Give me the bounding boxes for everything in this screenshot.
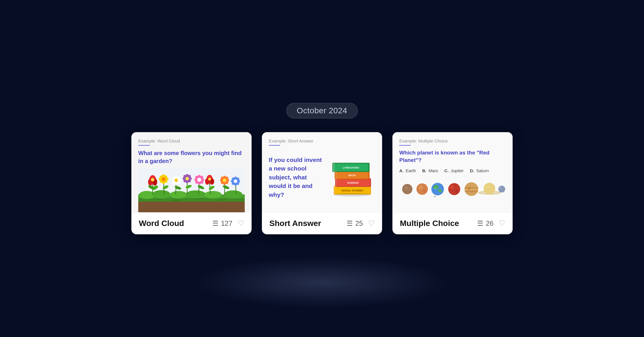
svg-point-71	[221, 177, 224, 179]
svg-point-59	[195, 181, 198, 184]
svg-point-47	[183, 175, 186, 178]
svg-point-126	[455, 190, 458, 193]
multiple-choice-title: Multiple Choice	[400, 219, 459, 228]
svg-point-81	[232, 177, 235, 180]
sa-example-label: Example: Short Answer	[269, 138, 375, 143]
svg-point-140	[499, 187, 502, 189]
multiple-choice-card[interactable]: Example: Multiple Choice Which planet is…	[392, 132, 513, 234]
word-cloud-card[interactable]: Example: Word Cloud What are some flower…	[131, 132, 252, 234]
word-cloud-footer: Word Cloud ☰ 127 ♡	[131, 212, 252, 234]
svg-point-85	[234, 179, 237, 183]
svg-point-50	[188, 179, 191, 182]
word-cloud-title: Word Cloud	[139, 219, 184, 228]
list-icon: ☰	[347, 219, 353, 227]
svg-point-55	[194, 178, 197, 181]
svg-point-141	[434, 196, 436, 197]
sa-question: If you could invent a new school subject…	[269, 156, 325, 199]
svg-rect-114	[334, 186, 336, 195]
mc-underline	[399, 145, 411, 146]
svg-point-56	[201, 178, 204, 181]
svg-point-129	[465, 189, 478, 191]
svg-point-5	[152, 190, 170, 199]
svg-point-73	[221, 181, 224, 184]
wc-example-label: Example: Word Cloud	[138, 138, 245, 143]
word-cloud-preview: Example: Word Cloud What are some flower…	[131, 132, 252, 212]
mc-question: Which planet is known as the "Red Planet…	[399, 149, 506, 164]
svg-rect-111	[332, 163, 335, 172]
mc-options-row: A. Earth B. Mars C. Jupiter D. Saturn	[399, 168, 506, 173]
svg-text:SOCIAL STUDIES: SOCIAL STUDIES	[341, 189, 363, 192]
svg-point-61	[197, 178, 201, 182]
multiple-choice-like-button[interactable]: ♡	[499, 219, 505, 228]
short-answer-count: ☰ 25	[347, 219, 363, 227]
multiple-choice-preview: Example: Multiple Choice Which planet is…	[392, 132, 513, 212]
wc-underline	[138, 145, 150, 146]
garden-illustration	[138, 168, 245, 212]
svg-point-118	[419, 185, 423, 189]
svg-point-72	[226, 177, 228, 179]
multiple-choice-meta: ☰ 26 ♡	[477, 219, 505, 228]
mc-option-d: D. Saturn	[470, 168, 489, 173]
svg-point-41	[175, 179, 178, 182]
svg-text:MATH: MATH	[348, 174, 355, 177]
list-icon: ☰	[477, 219, 483, 227]
svg-point-119	[423, 189, 426, 192]
svg-point-53	[198, 175, 201, 178]
svg-point-83	[232, 182, 235, 185]
multiple-choice-count: ☰ 26	[477, 219, 493, 227]
short-answer-card[interactable]: Example: Short Answer If you could inven…	[262, 132, 382, 234]
svg-point-51	[185, 177, 189, 180]
svg-point-49	[183, 179, 186, 182]
svg-point-57	[195, 176, 198, 179]
word-cloud-like-button[interactable]: ♡	[238, 219, 244, 228]
svg-point-128	[465, 187, 478, 189]
word-cloud-meta: ☰ 127 ♡	[212, 219, 244, 228]
short-answer-like-button[interactable]: ♡	[368, 219, 375, 228]
short-answer-preview: Example: Short Answer If you could inven…	[262, 132, 382, 212]
svg-point-137	[484, 183, 495, 194]
mc-example-label: Example: Multiple Choice	[399, 138, 506, 143]
mc-option-c: C. Jupiter	[445, 168, 464, 173]
svg-point-139	[498, 186, 505, 193]
books-illustration: SOCIAL STUDIES SCIENCE MATH	[329, 156, 375, 199]
svg-point-65	[208, 178, 211, 181]
svg-point-8	[204, 191, 222, 198]
svg-point-125	[450, 185, 454, 189]
svg-point-58	[200, 176, 203, 179]
mc-option-b: B. Mars	[422, 168, 438, 173]
svg-point-7	[186, 190, 206, 198]
date-pill: October 2024	[286, 103, 358, 118]
cards-row: Example: Word Cloud What are some flower…	[131, 132, 513, 234]
multiple-choice-footer: Multiple Choice ☰ 26 ♡	[392, 212, 513, 234]
svg-point-130	[465, 190, 478, 192]
word-cloud-count-value: 127	[221, 219, 232, 227]
svg-point-6	[170, 191, 187, 198]
svg-point-75	[223, 179, 226, 182]
short-answer-footer: Short Answer ☰ 25 ♡	[262, 212, 382, 234]
svg-point-131	[468, 187, 471, 190]
svg-point-74	[226, 181, 228, 184]
svg-point-138	[486, 185, 490, 188]
svg-rect-113	[335, 178, 337, 187]
svg-text:SCIENCE: SCIENCE	[347, 181, 359, 184]
svg-point-37	[173, 177, 175, 179]
svg-point-54	[198, 182, 201, 185]
svg-point-101	[334, 193, 371, 197]
svg-point-120	[431, 183, 444, 195]
short-answer-count-value: 25	[355, 219, 363, 227]
svg-point-116	[404, 186, 408, 190]
svg-point-9	[224, 190, 242, 198]
multiple-choice-count-value: 26	[486, 219, 493, 227]
svg-point-40	[177, 181, 180, 184]
svg-point-39	[173, 181, 175, 184]
svg-point-31	[161, 177, 165, 181]
svg-point-38	[177, 177, 180, 179]
short-answer-title: Short Answer	[269, 219, 321, 228]
svg-point-21	[151, 178, 154, 181]
svg-point-48	[188, 175, 191, 178]
svg-point-124	[448, 183, 460, 195]
list-icon: ☰	[212, 219, 219, 227]
svg-point-123	[434, 188, 436, 189]
svg-text:LANGUAGES: LANGUAGES	[343, 166, 359, 169]
word-cloud-count: ☰ 127	[212, 219, 232, 227]
